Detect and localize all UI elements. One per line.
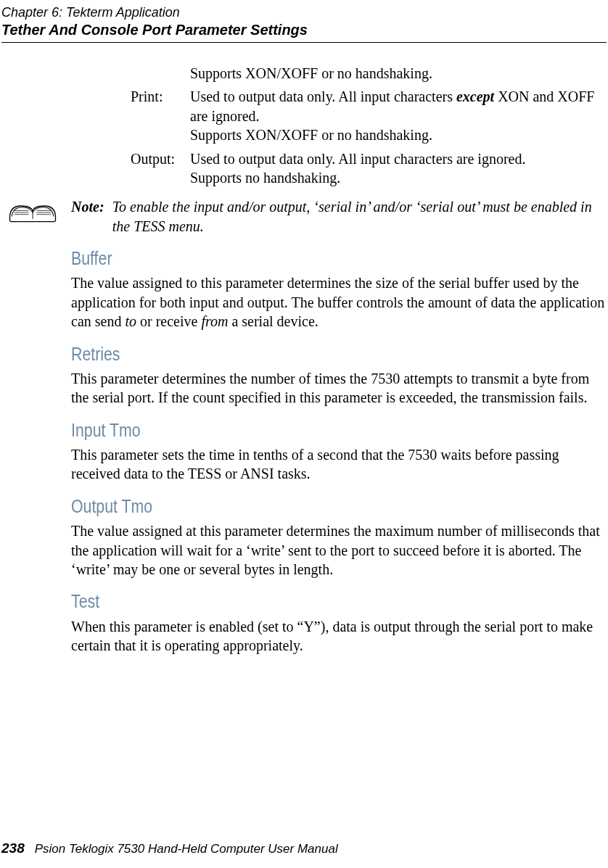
def-output: Output: Used to output data only. All in… (131, 149, 607, 188)
note-body: To enable the input and/or output, ‘seri… (112, 197, 607, 236)
print-line1a: Used to output data only. All input char… (190, 88, 456, 104)
section-body-retries: This parameter determines the number of … (71, 369, 607, 408)
buffer-b: or receive (136, 313, 201, 329)
note-text: Note: To enable the input and/or output,… (65, 197, 607, 236)
page: Chapter 6: Tekterm Application Tether An… (0, 0, 608, 868)
buffer-to: to (125, 313, 136, 329)
buffer-c: a serial device. (228, 313, 318, 329)
def-print-label: Print: (131, 87, 190, 144)
note-block: Note: To enable the input and/or output,… (0, 197, 607, 236)
section-body-test: When this parameter is enabled (set to “… (71, 617, 607, 656)
print-except: except (456, 88, 494, 104)
content-area: Supports XON/XOFF or no handshaking. Pri… (71, 64, 607, 659)
section-body-input-tmo: This parameter sets the time in tenths o… (71, 445, 607, 484)
section-head-buffer: Buffer (71, 246, 510, 270)
note-label: Note: (71, 197, 112, 236)
output-line1: Used to output data only. All input char… (190, 149, 607, 168)
section-head-test: Test (71, 589, 510, 613)
section-body-buffer: The value assigned to this parameter det… (71, 273, 607, 331)
buffer-from: from (201, 313, 228, 329)
pre-line: Supports XON/XOFF or no handshaking. (190, 64, 607, 83)
page-number: 238 (1, 840, 25, 856)
footer-title: Psion Teklogix 7530 Hand-Held Computer U… (35, 842, 338, 856)
section-head-retries: Retries (71, 342, 510, 366)
def-print-body: Used to output data only. All input char… (190, 87, 607, 144)
header-section: Tether And Console Port Parameter Settin… (1, 21, 607, 39)
output-line2: Supports no handshaking. (190, 168, 607, 187)
section-head-output-tmo: Output Tmo (71, 494, 510, 518)
section-head-input-tmo: Input Tmo (71, 418, 510, 442)
def-output-body: Used to output data only. All input char… (190, 149, 607, 188)
print-line2: Supports XON/XOFF or no handshaking. (190, 125, 607, 144)
page-header: Chapter 6: Tekterm Application Tether An… (1, 4, 607, 39)
section-body-output-tmo: The value assigned at this parameter det… (71, 521, 607, 579)
book-icon (0, 197, 65, 236)
def-print: Print: Used to output data only. All inp… (131, 87, 607, 144)
header-rule (1, 42, 607, 43)
page-footer: 238Psion Teklogix 7530 Hand-Held Compute… (1, 840, 338, 856)
def-output-label: Output: (131, 149, 190, 188)
header-chapter: Chapter 6: Tekterm Application (1, 4, 607, 21)
